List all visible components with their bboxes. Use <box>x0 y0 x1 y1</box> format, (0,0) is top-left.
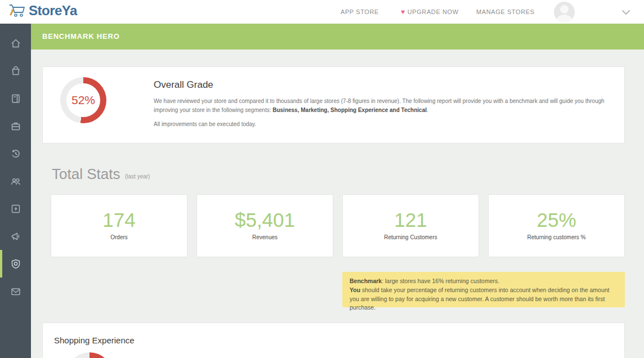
sidebar-item-customers[interactable] <box>0 167 31 195</box>
account-menu-chevron[interactable] <box>621 7 630 17</box>
stat-value: $5,401 <box>235 209 295 231</box>
sidebar-item-home[interactable] <box>0 29 31 57</box>
description-segments-bold: Business, Marketing, Shopping Experience… <box>272 107 427 113</box>
shopping-bag-icon <box>10 65 21 77</box>
sidebar-item-business[interactable] <box>0 112 31 140</box>
overall-grade-description: We have reviewed your store and compared… <box>154 97 612 114</box>
users-icon <box>10 176 22 187</box>
overall-grade-card: 52% Overall Grade We have reviewed your … <box>42 66 625 144</box>
heart-icon: ♥ <box>401 8 405 16</box>
note-you-bold: You <box>350 287 360 293</box>
user-avatar[interactable] <box>554 2 575 23</box>
cart-icon <box>9 3 26 18</box>
book-icon <box>10 93 21 104</box>
page-title: BENCHMARK HERO <box>42 32 120 41</box>
overall-grade-percent: 52% <box>60 77 106 123</box>
shopping-experience-title: Shopping Experience <box>54 335 613 345</box>
stat-card-returning-customers: 121 Returning Customers <box>342 194 479 257</box>
nav-app-store-label: APP STORE <box>341 8 379 15</box>
sidebar-item-catalog[interactable] <box>0 84 31 112</box>
overall-grade-note: All improvements can be executed today. <box>154 121 256 127</box>
overall-grade-donut: 52% <box>60 77 106 123</box>
shield-icon <box>10 258 21 270</box>
page-title-banner: BENCHMARK HERO <box>31 24 644 50</box>
sidebar-item-benchmark[interactable] <box>0 250 31 278</box>
nav-manage-stores-label: MANAGE STORES <box>476 8 535 15</box>
stat-card-returning-customers-pct: 25% Returning customers % <box>488 194 625 257</box>
stat-label: Orders <box>110 234 128 240</box>
note-benchmark-bold: Benchmark <box>350 278 382 284</box>
sidebar-item-history[interactable] <box>0 140 31 167</box>
home-icon <box>10 38 21 49</box>
stat-label: Returning Customers <box>384 234 437 240</box>
stat-card-revenues: $5,401 Revenues <box>196 194 333 257</box>
briefcase-icon <box>10 120 21 132</box>
nav-manage-stores[interactable]: MANAGE STORES <box>476 0 535 24</box>
stat-value: 25% <box>536 209 576 231</box>
sidebar-item-shop[interactable] <box>0 57 31 84</box>
nav-app-store[interactable]: APP STORE <box>341 0 379 24</box>
avatar-shoulders <box>557 15 572 23</box>
sidebar-item-inbox[interactable] <box>0 278 31 305</box>
history-clock-icon <box>10 148 21 159</box>
shopping-grade-donut <box>66 352 113 358</box>
megaphone-icon <box>10 231 21 242</box>
stat-label: Revenues <box>252 234 278 240</box>
stats-row: 174 Orders $5,401 Revenues 121 Returning… <box>51 194 625 257</box>
overall-grade-title: Overall Grade <box>154 79 213 91</box>
note-line1: : large stores have 16% returning custom… <box>382 278 499 284</box>
flash-icon <box>10 203 21 214</box>
total-stats-subtitle: (last year) <box>125 173 150 180</box>
top-bar: StoreYa APP STORE ♥UPGRADE NOW MANAGE ST… <box>0 0 644 24</box>
storeya-logo[interactable]: StoreYa <box>9 3 77 19</box>
benchmark-note: Benchmark: large stores have 16% returni… <box>342 272 625 307</box>
stat-label: Returning customers % <box>527 234 586 240</box>
total-stats-title: Total Stats <box>52 165 120 183</box>
nav-upgrade-now[interactable]: ♥UPGRADE NOW <box>401 0 459 24</box>
note-line2: should take your percentage of returning… <box>350 287 610 311</box>
mail-icon <box>10 286 21 297</box>
brand-name: StoreYa <box>29 3 77 19</box>
stat-value: 121 <box>394 209 427 231</box>
sidebar <box>0 24 31 358</box>
stat-value: 174 <box>102 209 135 231</box>
shopping-experience-card: Shopping Experience <box>42 323 625 358</box>
chevron-down-icon <box>621 10 630 15</box>
description-period: . <box>427 107 428 113</box>
benchmark-hero-page: { "colors": { "accent_green": "#a5ca6b",… <box>0 0 644 358</box>
nav-upgrade-now-label: UPGRADE NOW <box>408 8 459 15</box>
sidebar-item-coupons[interactable] <box>0 195 31 222</box>
stat-card-orders: 174 Orders <box>51 194 187 257</box>
sidebar-item-promotions[interactable] <box>0 222 31 250</box>
avatar-head <box>560 5 569 14</box>
